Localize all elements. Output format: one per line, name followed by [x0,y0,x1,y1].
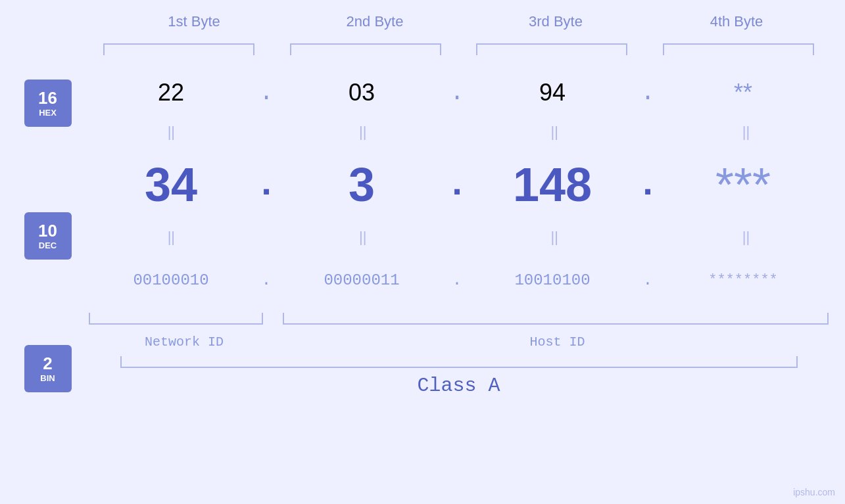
main-area: 16 HEX 10 DEC 2 BIN [0,43,845,397]
dec-badge-label: DEC [39,241,57,250]
bin-badge-label: BIN [40,373,55,383]
eq1-b1: || [85,124,256,141]
equals-row-2: || || || || [85,224,832,250]
hex-b2-value: 03 [349,79,375,106]
dec-b2-value: 3 [349,158,375,212]
equals-row-1: || || || || [85,119,832,145]
hex-b4-value: ** [734,79,752,106]
eq2-b2: || [278,229,448,246]
bin-b3-value: 10010100 [514,271,590,289]
bin-b1-cell: 00100010 [85,271,256,289]
byte2-header: 2nd Byte [296,13,454,30]
bin-dot3: . [638,271,658,289]
hex-dot3: . [638,80,658,106]
network-bracket [89,313,263,325]
bin-b1-value: 00100010 [133,271,208,289]
dec-b3-value: 148 [513,158,592,212]
id-labels-row: Network ID Host ID [85,334,832,350]
bracket-b2 [290,43,441,55]
dec-b1-cell: 34 [85,158,256,212]
hex-b1-value: 22 [158,79,184,106]
dec-b4-cell: *** [658,158,829,212]
class-section: Class A [85,356,832,397]
network-id-label: Network ID [85,334,283,350]
host-id-label: Host ID [283,334,832,350]
hex-b3-value: 94 [539,79,566,106]
bin-badge-num: 2 [43,354,52,373]
dec-b3-cell: 148 [467,158,638,212]
byte3-header: 3rd Byte [477,13,635,30]
byte-headers: 1st Byte 2nd Byte 3rd Byte 4th Byte [104,13,827,30]
eq2-b1: || [85,229,256,246]
dec-b4-value: *** [715,158,771,212]
hex-dot1: . [256,80,276,106]
bin-badge: 2 BIN [24,345,72,392]
bin-b2-value: 00000011 [324,271,399,289]
dec-dot1: . [256,166,276,203]
data-area: 22 . 03 . 94 . ** [85,43,845,397]
hex-b2-cell: 03 [276,79,447,106]
hex-badge-label: HEX [39,108,57,118]
dec-badge-num: 10 [38,221,57,241]
bin-dot1: . [256,271,276,289]
host-bracket [283,313,829,325]
dec-row: 34 . 3 . 148 . *** [85,145,832,224]
bin-b3-cell: 10010100 [467,271,638,289]
badges-column: 16 HEX 10 DEC 2 BIN [0,43,85,392]
bin-b4-cell: ******** [658,272,829,288]
byte1-header: 1st Byte [115,13,273,30]
eq1-b4: || [661,124,832,141]
dec-b2-cell: 3 [276,158,447,212]
eq1-b2: || [278,124,448,141]
hex-dot2: . [447,80,467,106]
bin-dot2: . [447,271,467,289]
bin-row: 00100010 . 00000011 . 10010100 . [85,250,832,309]
hex-b4-cell: ** [658,79,829,106]
watermark: ipshu.com [793,487,835,497]
eq1-b3: || [469,124,640,141]
dec-badge: 10 DEC [24,212,72,260]
class-bracket [120,356,798,368]
dec-dot2: . [447,166,467,203]
bin-b4-value: ******** [708,272,778,288]
bracket-b3 [476,43,627,55]
hex-b1-cell: 22 [85,79,256,106]
hex-badge-num: 16 [38,89,57,108]
hex-b3-cell: 94 [467,79,638,106]
hex-badge: 16 HEX [24,80,72,127]
hex-row: 22 . 03 . 94 . ** [85,66,832,119]
byte4-header: 4th Byte [658,13,815,30]
dec-b1-value: 34 [145,158,197,212]
top-brackets [85,43,832,63]
main-container: 1st Byte 2nd Byte 3rd Byte 4th Byte 16 H… [0,0,845,504]
class-label: Class A [417,375,500,397]
bracket-b1 [103,43,254,55]
bottom-brackets-row [85,313,832,329]
bin-b2-cell: 00000011 [276,271,447,289]
eq2-b4: || [661,229,832,246]
dec-dot3: . [638,166,658,203]
bracket-b4 [663,43,814,55]
eq2-b3: || [469,229,640,246]
